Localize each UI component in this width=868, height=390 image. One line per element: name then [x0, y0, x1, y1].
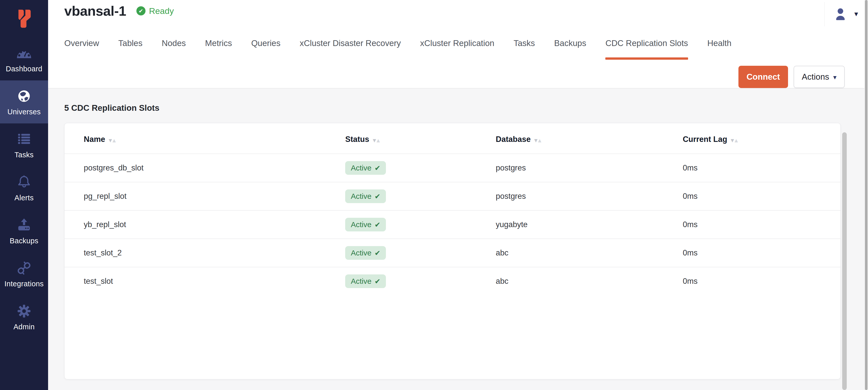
sort-desc-icon: ▼ — [373, 138, 377, 143]
sidebar-item-label: Tasks — [14, 151, 34, 159]
tab-xcluster-disaster-recovery[interactable]: xCluster Disaster Recovery — [300, 38, 401, 60]
sort-asc-icon: ▲ — [377, 138, 380, 143]
sidebar-item-label: Universes — [7, 108, 41, 116]
cell-current-lag: 0ms — [663, 210, 840, 239]
sidebar-item-backups[interactable]: Backups — [0, 209, 48, 252]
sort-desc-icon: ▼ — [534, 138, 538, 143]
tab-cdc-replication-slots[interactable]: CDC Replication Slots — [605, 38, 688, 60]
actions-button-label: Actions — [802, 72, 829, 82]
yugabyte-y-icon — [16, 8, 33, 29]
sidebar-item-admin[interactable]: Admin — [0, 295, 48, 338]
user-avatar-icon — [834, 7, 847, 21]
globe-icon — [16, 88, 32, 104]
list-icon — [16, 131, 32, 147]
status-badge: Active✔ — [345, 274, 386, 288]
table-row[interactable]: pg_repl_slotActive✔postgres0ms — [65, 182, 840, 210]
section-heading: 5 CDC Replication Slots — [64, 103, 864, 113]
sidebar-item-dashboard[interactable]: Dashboard — [0, 37, 48, 80]
sidebar: DashboardUniversesTasksAlertsBackupsInte… — [0, 0, 48, 390]
page-title: vbansal-1 — [64, 3, 126, 19]
title-row: vbansal-1 ✔ Ready — [64, 3, 174, 19]
bell-icon — [16, 174, 32, 190]
tab-bar: OverviewTablesNodesMetricsQueriesxCluste… — [64, 38, 731, 60]
check-circle-icon: ✔ — [136, 6, 146, 15]
cell-database: abc — [476, 267, 663, 295]
toolbar: Connect Actions ▼ — [738, 66, 845, 88]
table-row[interactable]: test_slot_2Active✔abc0ms — [65, 239, 840, 267]
status-badge-label: Active — [351, 277, 371, 286]
cell-current-lag: 0ms — [663, 182, 840, 210]
tab-tables[interactable]: Tables — [118, 38, 143, 60]
sort-icons[interactable]: ▼▲ — [534, 138, 542, 143]
status-badge: Active✔ — [345, 189, 386, 203]
table-body: postgres_db_slotActive✔postgres0mspg_rep… — [65, 154, 840, 295]
sort-desc-icon: ▼ — [731, 138, 735, 143]
column-header-label: Database — [496, 135, 531, 144]
cell-slot-name: postgres_db_slot — [65, 154, 326, 182]
tab-metrics[interactable]: Metrics — [205, 38, 232, 60]
main-area: vbansal-1 ✔ Ready OverviewTablesNodesMet… — [48, 0, 864, 390]
chevron-down-icon: ▼ — [854, 11, 858, 17]
cell-database: yugabyte — [476, 210, 663, 239]
page-scrollbar-thumb[interactable] — [865, 0, 867, 390]
column-header-label: Name — [84, 135, 105, 144]
status-badge-label: Active — [351, 164, 371, 172]
tab-xcluster-replication[interactable]: xCluster Replication — [420, 38, 494, 60]
column-header-current-lag[interactable]: Current Lag▼▲ — [663, 123, 840, 154]
sort-icons[interactable]: ▼▲ — [373, 138, 380, 143]
tab-backups[interactable]: Backups — [554, 38, 586, 60]
tab-queries[interactable]: Queries — [251, 38, 281, 60]
table-row[interactable]: yb_repl_slotActive✔yugabyte0ms — [65, 210, 840, 239]
actions-button[interactable]: Actions ▼ — [794, 66, 845, 88]
cell-current-lag: 0ms — [663, 267, 840, 295]
tab-overview[interactable]: Overview — [64, 38, 99, 60]
column-header-label: Status — [345, 135, 369, 144]
sidebar-item-label: Integrations — [4, 280, 43, 288]
cell-database: abc — [476, 239, 663, 267]
check-icon: ✔ — [375, 221, 380, 229]
sort-asc-icon: ▲ — [538, 138, 542, 143]
sidebar-item-universes[interactable]: Universes — [0, 80, 48, 123]
connect-button[interactable]: Connect — [738, 66, 788, 88]
cell-slot-name: test_slot_2 — [65, 239, 326, 267]
sort-icons[interactable]: ▼▲ — [731, 138, 738, 143]
plug-icon — [16, 260, 32, 276]
cell-slot-name: yb_repl_slot — [65, 210, 326, 239]
tab-nodes[interactable]: Nodes — [162, 38, 186, 60]
sidebar-item-label: Alerts — [14, 194, 34, 202]
sort-asc-icon: ▲ — [113, 138, 116, 143]
panel-scrollbar-thumb[interactable] — [842, 132, 847, 390]
dashboard-icon — [16, 45, 32, 61]
column-header-status[interactable]: Status▼▲ — [326, 123, 476, 154]
table-row[interactable]: test_slotActive✔abc0ms — [65, 267, 840, 295]
replication-slots-card: Name▼▲Status▼▲Database▼▲Current Lag▼▲ po… — [64, 123, 841, 379]
sidebar-item-integrations[interactable]: Integrations — [0, 252, 48, 295]
content-area: 5 CDC Replication Slots Name▼▲Status▼▲Da… — [48, 89, 864, 390]
cell-current-lag: 0ms — [663, 154, 840, 182]
sort-desc-icon: ▼ — [108, 138, 112, 143]
cell-slot-name: test_slot — [65, 267, 326, 295]
cell-status: Active✔ — [326, 182, 476, 210]
cell-slot-name: pg_repl_slot — [65, 182, 326, 210]
upload-icon — [16, 217, 32, 233]
sidebar-item-label: Backups — [10, 237, 38, 245]
tab-tasks[interactable]: Tasks — [514, 38, 535, 60]
page-scrollbar[interactable] — [864, 0, 868, 390]
table-row[interactable]: postgres_db_slotActive✔postgres0ms — [65, 154, 840, 182]
user-menu[interactable]: ▼ — [834, 7, 858, 21]
sidebar-item-alerts[interactable]: Alerts — [0, 166, 48, 209]
cell-database: postgres — [476, 154, 663, 182]
check-icon: ✔ — [375, 249, 380, 257]
column-header-database[interactable]: Database▼▲ — [476, 123, 663, 154]
tab-health[interactable]: Health — [707, 38, 731, 60]
column-header-name[interactable]: Name▼▲ — [65, 123, 326, 154]
status-badge-label: Active — [351, 192, 371, 201]
status-badge-label: Active — [351, 249, 371, 257]
check-icon: ✔ — [375, 192, 380, 201]
status-badge: Active✔ — [345, 218, 386, 231]
universe-status-badge: ✔ Ready — [136, 6, 174, 16]
sort-icons[interactable]: ▼▲ — [108, 138, 116, 143]
yugabyte-logo[interactable] — [0, 0, 48, 37]
check-icon: ✔ — [375, 277, 380, 286]
sidebar-item-tasks[interactable]: Tasks — [0, 123, 48, 166]
